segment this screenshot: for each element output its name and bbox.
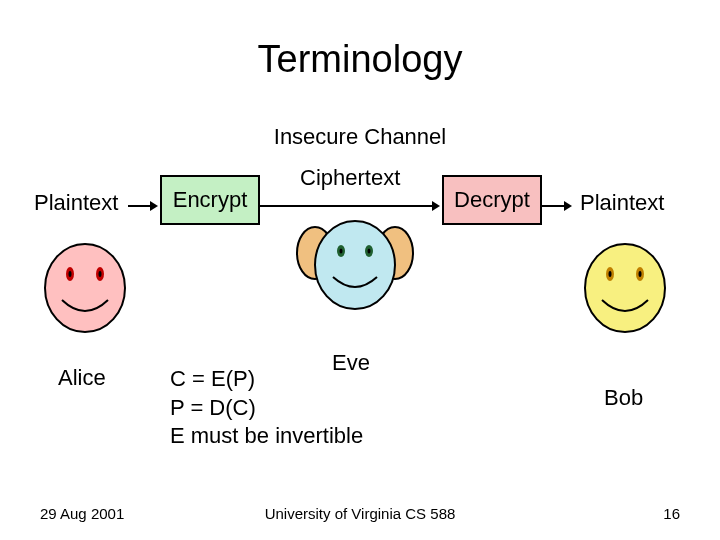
footer-center: University of Virginia CS 588 xyxy=(0,505,720,522)
bob-face-icon xyxy=(580,240,670,340)
alice-name: Alice xyxy=(58,365,106,391)
svg-point-6 xyxy=(45,244,125,332)
ciphertext-label: Ciphertext xyxy=(300,165,400,191)
svg-point-22 xyxy=(639,271,642,277)
eve-face-icon xyxy=(295,215,415,315)
svg-point-13 xyxy=(315,221,395,309)
eq-line1: C = E(P) xyxy=(170,366,255,391)
footer-page-number: 16 xyxy=(663,505,680,522)
decrypt-box: Decrypt xyxy=(442,175,542,225)
svg-point-17 xyxy=(368,249,371,254)
alice-face-icon xyxy=(40,240,130,340)
plaintext-right-label: Plaintext xyxy=(580,190,664,216)
svg-marker-3 xyxy=(432,201,440,211)
svg-marker-1 xyxy=(150,201,158,211)
svg-point-18 xyxy=(585,244,665,332)
svg-point-21 xyxy=(609,271,612,277)
encrypt-box: Encrypt xyxy=(160,175,260,225)
arrow-decrypt-to-plaintext xyxy=(542,200,572,212)
equations-block: C = E(P) P = D(C) E must be invertible xyxy=(170,365,363,451)
svg-point-16 xyxy=(340,249,343,254)
slide-title: Terminology xyxy=(0,38,720,81)
arrow-encrypt-to-decrypt xyxy=(260,200,440,212)
svg-point-9 xyxy=(69,271,72,277)
svg-marker-5 xyxy=(564,201,572,211)
arrow-plaintext-to-encrypt xyxy=(128,200,158,212)
eq-line2: P = D(C) xyxy=(170,395,256,420)
svg-point-10 xyxy=(99,271,102,277)
bob-name: Bob xyxy=(604,385,643,411)
insecure-channel-label: Insecure Channel xyxy=(0,124,720,150)
eq-line3: E must be invertible xyxy=(170,423,363,448)
plaintext-left-label: Plaintext xyxy=(34,190,118,216)
